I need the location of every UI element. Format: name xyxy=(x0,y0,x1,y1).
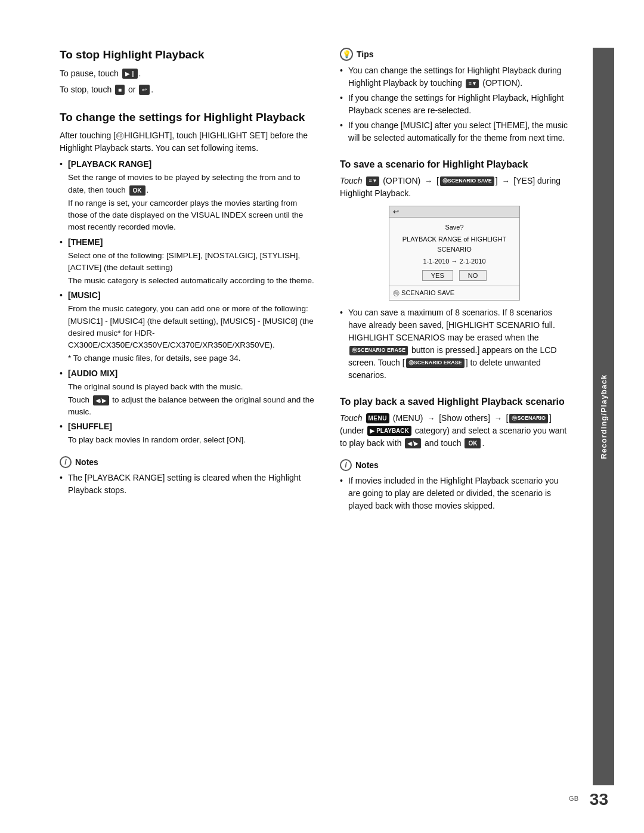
scenario-dialog-box: ↩ Save? PLAYBACK RANGE of HIGHLIGHT SCEN… xyxy=(389,206,520,301)
music-text: From the music category, you can add one… xyxy=(68,303,316,351)
scenario-dialog-header: ↩ xyxy=(389,206,519,218)
notes-header-left: i Notes xyxy=(60,456,316,468)
list-item-audio-mix: [AUDIO MIX] The original sound is played… xyxy=(60,367,316,419)
section-stop-heading: To stop Highlight Playback xyxy=(60,48,316,63)
menu-icon: MENU xyxy=(366,413,389,423)
music-title: [MUSIC] xyxy=(68,290,100,300)
section-stop-highlight: To stop Highlight Playback To pause, tou… xyxy=(60,48,316,96)
notes-list-left: The [PLAYBACK RANGE] setting is cleared … xyxy=(60,472,316,497)
dialog-title: Save? xyxy=(394,222,515,233)
playback-range-title: [PLAYBACK RANGE] xyxy=(68,159,151,169)
option-icon-1: ≡ ▾ xyxy=(466,79,479,89)
dialog-subtitle: PLAYBACK RANGE of HIGHLIGHT SCENARIO xyxy=(394,234,515,254)
audio-mix-text: The original sound is played back with t… xyxy=(68,381,316,393)
scenario-dialog-body: Save? PLAYBACK RANGE of HIGHLIGHT SCENAR… xyxy=(389,218,519,286)
scenario-save-icon: ㊞SCENARIO SAVE xyxy=(440,176,494,186)
dialog-yes-btn[interactable]: YES xyxy=(422,270,453,281)
list-item-shuffle: [SHUFFLE] To play back movies in random … xyxy=(60,420,316,446)
audio-mix-title: [AUDIO MIX] xyxy=(68,368,117,378)
option-icon-2: ≡ ▾ xyxy=(366,176,380,186)
audio-mix-text2: Touch ◀/▶ to adjust the balance between … xyxy=(68,394,316,419)
pause-line: To pause, touch ▶ ‖. xyxy=(60,67,316,80)
theme-text2: The music category is selected automatic… xyxy=(68,275,316,287)
list-item-music: [MUSIC] From the music category, you can… xyxy=(60,289,316,364)
tips-item-1: You can change the settings for Highligh… xyxy=(340,64,569,89)
ok-btn-2: OK xyxy=(465,438,481,448)
playback-scenario-text: Touch MENU (MENU) → [Show others] → [㊞SC… xyxy=(340,412,569,450)
playback-scenario-heading: To play back a saved Highlight Playback … xyxy=(340,396,569,408)
section-tips: 💡 Tips You can change the settings for H… xyxy=(340,48,569,144)
notes-header-right: i Notes xyxy=(340,459,569,471)
dialog-date-range: 1-1-2010 → 2-1-2010 xyxy=(394,256,515,267)
save-scenario-heading: To save a scenario for Highlight Playbac… xyxy=(340,159,569,171)
section-change-heading: To change the settings for Highlight Pla… xyxy=(60,110,316,125)
scenario-erase-icon-1: ㊞SCENARIO ERASE xyxy=(349,346,408,355)
ok-btn-1: OK xyxy=(129,185,145,196)
stop-icon: ■ xyxy=(115,85,125,95)
list-item-theme: [THEME] Select one of the following: [SI… xyxy=(60,236,316,287)
pause-play-icon: ▶ ‖ xyxy=(122,69,138,79)
scenario-icon-playback: ㊞SCENARIO xyxy=(509,414,548,423)
notes-section-left: i Notes The [PLAYBACK RANGE] setting is … xyxy=(60,456,316,497)
save-scenario-notes-item-1: You can save a maximum of 8 scenarios. I… xyxy=(340,306,569,382)
playback-notes-list: If movies included in the Highlight Play… xyxy=(340,475,569,512)
music-footnote: * To change music files, for details, se… xyxy=(68,352,316,364)
change-settings-intro: After touching [㊞HIGHLIGHT], touch [HIGH… xyxy=(60,129,316,154)
left-column: To stop Highlight Playback To pause, tou… xyxy=(60,48,316,785)
playback-icon: ▶ PLAYBACK xyxy=(367,426,411,436)
tips-list: You can change the settings for Highligh… xyxy=(340,64,569,144)
save-scenario-notes-list: You can save a maximum of 8 scenarios. I… xyxy=(340,306,569,382)
tips-header: 💡 Tips xyxy=(340,48,569,61)
tips-item-3: If you change [MUSIC] after you select [… xyxy=(340,119,569,144)
section-change-settings: To change the settings for Highlight Pla… xyxy=(60,110,316,497)
nav-lr-icon-2: ◀/▶ xyxy=(405,438,421,448)
dialog-no-btn[interactable]: NO xyxy=(459,270,487,281)
stop-line: To stop, touch ■ or ↩. xyxy=(60,83,316,96)
shuffle-text: To play back movies in random order, sel… xyxy=(68,434,316,446)
scenario-erase-icon-2: ㊞SCENARIO ERASE xyxy=(406,358,465,368)
nav-lr-icon: ◀/▶ xyxy=(93,395,109,405)
right-column: 💡 Tips You can change the settings for H… xyxy=(340,48,569,785)
notes-icon-right: i xyxy=(340,459,352,471)
scenario-dialog-buttons: YES NO xyxy=(394,270,515,281)
back-icon: ↩ xyxy=(139,85,150,95)
touch-word-save: Touch xyxy=(340,176,363,185)
notes-item-left-1: The [PLAYBACK RANGE] setting is cleared … xyxy=(60,472,316,497)
section-save-scenario: To save a scenario for Highlight Playbac… xyxy=(340,159,569,382)
notes-icon-left: i xyxy=(60,456,72,468)
shuffle-title: [SHUFFLE] xyxy=(68,422,112,431)
playback-range-text2: If no range is set, your camcorder plays… xyxy=(68,197,316,234)
playback-notes-item-1: If movies included in the Highlight Play… xyxy=(340,475,569,512)
page-number: 33 xyxy=(590,790,608,809)
settings-list: [PLAYBACK RANGE] Set the range of movies… xyxy=(60,158,316,446)
main-content: To stop Highlight Playback To pause, tou… xyxy=(0,0,644,833)
sidebar-tab: Recording/Playback xyxy=(593,48,614,785)
gb-label: GB xyxy=(569,795,578,802)
page-container: To stop Highlight Playback To pause, tou… xyxy=(0,0,644,833)
tips-icon: 💡 xyxy=(340,48,353,61)
playback-range-text1: Set the range of movies to be played by … xyxy=(68,172,316,196)
notes-section-right: i Notes If movies included in the Highli… xyxy=(340,459,569,512)
theme-title: [THEME] xyxy=(68,237,103,247)
dialog-back-icon: ↩ xyxy=(393,208,399,216)
section-playback-scenario: To play back a saved Highlight Playback … xyxy=(340,396,569,512)
save-scenario-text: Touch ≡ ▾ (OPTION) → [㊞SCENARIO SAVE] → … xyxy=(340,175,569,200)
theme-text: Select one of the following: [SIMPLE], [… xyxy=(68,250,316,274)
list-item-playback-range: [PLAYBACK RANGE] Set the range of movies… xyxy=(60,158,316,233)
tips-item-2: If you change the settings for Highlight… xyxy=(340,92,569,117)
scenario-dialog-footer: ㊞ SCENARIO SAVE xyxy=(389,286,519,300)
touch-word-playback: Touch xyxy=(340,413,363,423)
